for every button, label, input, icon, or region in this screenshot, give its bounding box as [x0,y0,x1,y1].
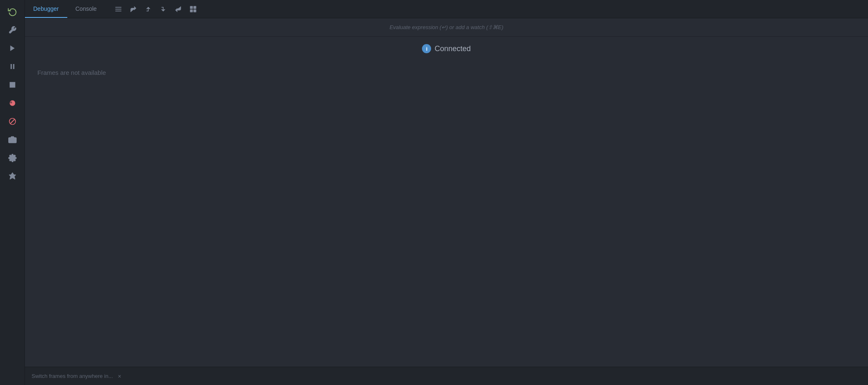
profiler-icon[interactable] [4,113,21,130]
content-area: Evaluate expression (↵) or add a watch (… [25,18,868,385]
eval-bar-text: Evaluate expression (↵) or add a watch (… [390,24,503,30]
sidebar [0,0,25,385]
eval-bar: Evaluate expression (↵) or add a watch (… [25,18,868,37]
connected-label: Connected [434,44,471,53]
svg-rect-16 [194,6,196,8]
svg-marker-0 [10,45,15,51]
svg-rect-1 [10,64,12,69]
tab-console[interactable]: Console [67,0,105,18]
pin-icon[interactable] [4,168,21,185]
svg-point-8 [11,139,14,142]
tab-console-label: Console [76,5,97,12]
bottom-bar: Switch frames from anywhere in... × [25,367,868,385]
bottom-bar-text: Switch frames from anywhere in... [32,373,113,379]
svg-rect-2 [13,64,14,69]
wrench-icon[interactable] [4,22,21,38]
connected-status: i Connected [25,37,868,61]
stop-icon[interactable] [4,77,21,93]
info-icon: i [422,44,431,53]
toolbar-actions [112,2,200,16]
settings-icon[interactable] [4,150,21,166]
tab-debugger-label: Debugger [33,5,59,12]
svg-line-6 [10,119,15,123]
svg-rect-18 [194,10,196,12]
tab-bar: Debugger Console [25,0,868,18]
step-over-button[interactable] [127,2,140,16]
svg-rect-17 [190,10,192,12]
resume-all-button[interactable] [112,2,125,16]
svg-rect-3 [10,82,15,88]
svg-point-5 [10,101,12,104]
tab-debugger[interactable]: Debugger [25,0,67,18]
camera-icon[interactable] [4,131,21,148]
step-out-button[interactable] [157,2,170,16]
frames-label: Frames are not available [37,69,106,76]
pause-icon[interactable] [4,58,21,75]
main-panel: Debugger Console [25,0,868,385]
play-icon[interactable] [4,40,21,57]
refresh-icon[interactable] [4,3,21,20]
svg-rect-15 [190,6,192,8]
step-in-button[interactable] [142,2,155,16]
bottom-close-button[interactable]: × [118,373,121,380]
grid-button[interactable] [186,2,200,16]
breakpoint-icon[interactable] [4,95,21,111]
frames-section: Frames are not available [25,61,868,84]
step-button[interactable] [172,2,185,16]
